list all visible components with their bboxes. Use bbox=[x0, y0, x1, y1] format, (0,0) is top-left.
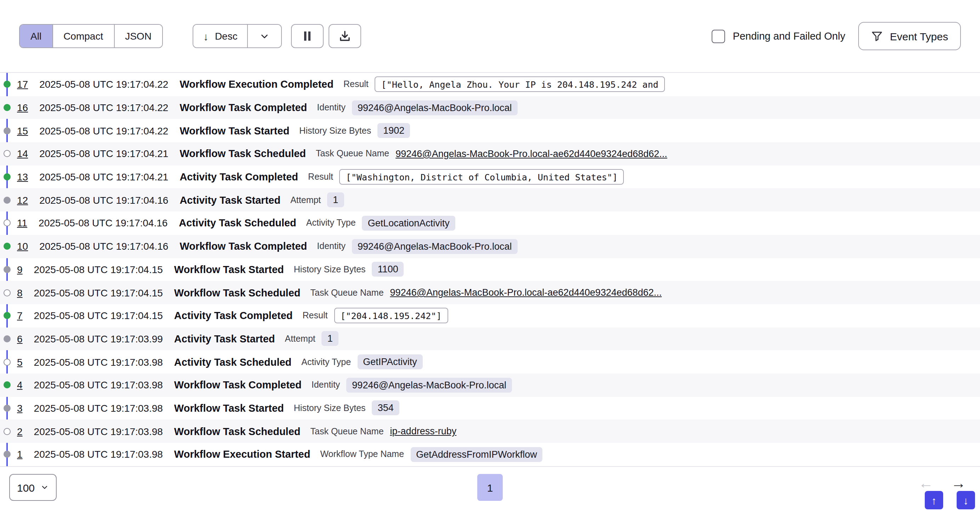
toolbar-right: Pending and Failed Only Event Types bbox=[712, 22, 961, 50]
event-name: Workflow Task Scheduled bbox=[174, 426, 301, 437]
event-id-link[interactable]: 6 bbox=[17, 333, 23, 344]
event-id-link[interactable]: 4 bbox=[17, 380, 23, 391]
event-row[interactable]: 6 2025-05-08 UTC 19:17:03.99 Activity Ta… bbox=[0, 327, 980, 350]
event-id-link[interactable]: 13 bbox=[17, 171, 28, 182]
event-detail-value: 1 bbox=[322, 331, 339, 346]
event-row[interactable]: 12 2025-05-08 UTC 19:17:04.16 Activity T… bbox=[0, 189, 980, 212]
event-row[interactable]: 13 2025-05-08 UTC 19:17:04.21 Activity T… bbox=[0, 166, 980, 189]
chevron-down-icon bbox=[40, 483, 49, 492]
event-detail-label: Task Queue Name bbox=[310, 426, 384, 436]
event-id-link[interactable]: 12 bbox=[17, 195, 28, 206]
event-id-link[interactable]: 17 bbox=[17, 79, 28, 90]
event-id-link[interactable]: 2 bbox=[17, 426, 23, 437]
event-row[interactable]: 11 2025-05-08 UTC 19:17:04.16 Activity T… bbox=[0, 212, 980, 235]
event-name: Activity Task Completed bbox=[180, 171, 298, 182]
event-detail-value: 99246@Angelas-MacBook-Pro.local bbox=[346, 378, 512, 393]
page-size-value: 100 bbox=[17, 482, 35, 493]
sort-label: Desc bbox=[215, 30, 237, 42]
event-row[interactable]: 5 2025-05-08 UTC 19:17:03.98 Activity Ta… bbox=[0, 350, 980, 374]
event-detail-label: Identity bbox=[317, 241, 345, 251]
pending-failed-label: Pending and Failed Only bbox=[733, 30, 845, 42]
event-status-dot bbox=[3, 428, 10, 435]
event-detail-label: Identity bbox=[317, 103, 345, 113]
event-detail-link[interactable]: 99246@Angelas-MacBook-Pro.local-ae62d440… bbox=[396, 149, 667, 159]
event-id-link[interactable]: 3 bbox=[17, 402, 23, 414]
scroll-to-bottom-button[interactable]: ↓ bbox=[957, 491, 975, 509]
event-detail-label: Attempt bbox=[290, 195, 321, 205]
sort-dropdown-button[interactable] bbox=[248, 25, 282, 48]
event-detail-value: 99246@Angelas-MacBook-Pro.local bbox=[352, 239, 518, 254]
event-status-dot bbox=[3, 266, 10, 273]
event-row[interactable]: 15 2025-05-08 UTC 19:17:04.22 Workflow T… bbox=[0, 119, 980, 142]
current-page-badge[interactable]: 1 bbox=[477, 474, 503, 501]
event-row[interactable]: 3 2025-05-08 UTC 19:17:03.98 Workflow Ta… bbox=[0, 396, 980, 420]
page-size-select[interactable]: 100 bbox=[9, 474, 57, 501]
event-name: Activity Task Scheduled bbox=[174, 356, 291, 368]
event-status-dot bbox=[3, 405, 10, 412]
event-id-link[interactable]: 1 bbox=[17, 449, 23, 460]
event-status-dot bbox=[3, 242, 10, 250]
pause-button[interactable] bbox=[291, 24, 324, 48]
toolbar: All Compact JSON ↓ Desc Pending and Fail… bbox=[0, 0, 980, 73]
next-page-button[interactable]: → bbox=[951, 475, 966, 490]
event-detail-value: 1 bbox=[327, 193, 344, 208]
event-id-link[interactable]: 9 bbox=[17, 264, 23, 275]
event-status-dot bbox=[3, 173, 10, 181]
event-detail-link[interactable]: 99246@Angelas-MacBook-Pro.local-ae62d440… bbox=[390, 287, 662, 298]
event-timestamp: 2025-05-08 UTC 19:17:03.98 bbox=[34, 449, 163, 460]
event-timestamp: 2025-05-08 UTC 19:17:04.15 bbox=[34, 264, 163, 275]
event-id-link[interactable]: 8 bbox=[17, 287, 23, 298]
event-detail-label: Result bbox=[308, 172, 333, 182]
event-id-link[interactable]: 10 bbox=[17, 241, 28, 252]
event-detail-value: ["Washington, District of Columbia, Unit… bbox=[339, 169, 624, 185]
pending-failed-checkbox[interactable] bbox=[712, 29, 725, 43]
event-row[interactable]: 4 2025-05-08 UTC 19:17:03.98 Workflow Ta… bbox=[0, 374, 980, 396]
download-icon bbox=[339, 30, 352, 43]
event-detail-value: ["204.148.195.242"] bbox=[334, 308, 448, 323]
event-row[interactable]: 1 2025-05-08 UTC 19:17:03.98 Workflow Ex… bbox=[0, 443, 980, 466]
event-detail-label: Attempt bbox=[285, 334, 315, 344]
pending-failed-filter[interactable]: Pending and Failed Only bbox=[712, 29, 845, 43]
event-id-link[interactable]: 11 bbox=[17, 217, 27, 229]
event-id-link[interactable]: 14 bbox=[17, 148, 28, 160]
event-timestamp: 2025-05-08 UTC 19:17:04.21 bbox=[39, 148, 168, 160]
event-row[interactable]: 2 2025-05-08 UTC 19:17:03.98 Workflow Ta… bbox=[0, 420, 980, 443]
event-status-dot bbox=[3, 358, 10, 365]
arrow-down-icon: ↓ bbox=[963, 494, 969, 506]
event-detail-link[interactable]: ip-address-ruby bbox=[390, 426, 457, 436]
prev-page-button[interactable]: ← bbox=[918, 475, 933, 490]
workflow-event-history-view: All Compact JSON ↓ Desc Pending and Fail… bbox=[0, 0, 980, 515]
event-id-link[interactable]: 7 bbox=[17, 310, 23, 321]
event-row[interactable]: 8 2025-05-08 UTC 19:17:04.15 Workflow Ta… bbox=[0, 281, 980, 304]
tab-all[interactable]: All bbox=[20, 25, 53, 48]
scroll-to-top-button[interactable]: ↑ bbox=[925, 491, 943, 509]
event-row[interactable]: 9 2025-05-08 UTC 19:17:04.15 Workflow Ta… bbox=[0, 258, 980, 281]
pause-icon bbox=[302, 30, 313, 42]
event-id-link[interactable]: 5 bbox=[17, 356, 23, 368]
tab-json[interactable]: JSON bbox=[115, 25, 162, 48]
event-status-dot bbox=[3, 104, 10, 111]
event-status-dot bbox=[3, 289, 10, 296]
event-types-button[interactable]: Event Types bbox=[858, 22, 961, 50]
event-timestamp: 2025-05-08 UTC 19:17:03.99 bbox=[34, 333, 163, 344]
download-button[interactable] bbox=[329, 24, 361, 48]
event-status-dot bbox=[3, 382, 10, 389]
event-row[interactable]: 16 2025-05-08 UTC 19:17:04.22 Workflow T… bbox=[0, 96, 980, 119]
event-name: Workflow Execution Completed bbox=[180, 79, 334, 90]
event-name: Activity Task Started bbox=[174, 333, 275, 344]
event-detail-label: Task Queue Name bbox=[310, 288, 384, 298]
event-name: Workflow Execution Started bbox=[174, 449, 310, 460]
event-status-dot bbox=[3, 312, 10, 319]
event-row[interactable]: 10 2025-05-08 UTC 19:17:04.16 Workflow T… bbox=[0, 235, 980, 258]
event-status-dot bbox=[3, 451, 10, 458]
event-row[interactable]: 7 2025-05-08 UTC 19:17:04.15 Activity Ta… bbox=[0, 304, 980, 327]
event-row[interactable]: 17 2025-05-08 UTC 19:17:04.22 Workflow E… bbox=[0, 73, 980, 96]
event-row[interactable]: 14 2025-05-08 UTC 19:17:04.21 Workflow T… bbox=[0, 142, 980, 165]
tab-compact[interactable]: Compact bbox=[53, 25, 115, 48]
event-id-link[interactable]: 15 bbox=[17, 125, 28, 136]
sort-direction-button[interactable]: ↓ Desc bbox=[193, 25, 248, 48]
event-id-link[interactable]: 16 bbox=[17, 102, 28, 113]
event-rows: 17 2025-05-08 UTC 19:17:04.22 Workflow E… bbox=[0, 73, 980, 466]
event-detail-value: ["Hello, Angela Zhou. Your IP is 204.148… bbox=[375, 77, 665, 92]
event-detail-value: 1100 bbox=[372, 262, 404, 277]
